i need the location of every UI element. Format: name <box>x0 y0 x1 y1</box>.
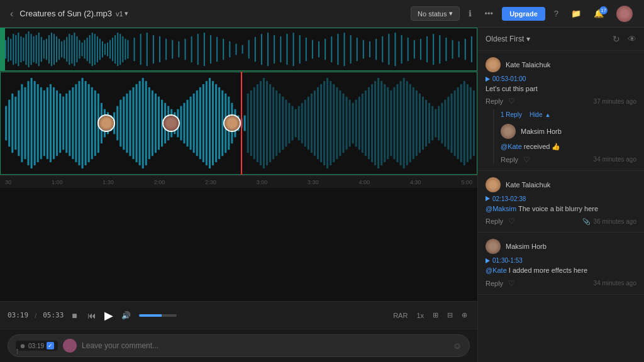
hide-replies-1[interactable]: Hide <box>530 111 543 118</box>
svg-rect-164 <box>193 94 195 153</box>
svg-rect-210 <box>339 90 341 156</box>
svg-rect-39 <box>102 41 103 58</box>
svg-rect-113 <box>31 78 33 168</box>
like-button-1-1[interactable]: ♡ <box>523 155 530 164</box>
notifications-button[interactable]: 🔔 17 <box>590 6 608 21</box>
volume-slider[interactable] <box>139 314 177 317</box>
svg-rect-224 <box>384 84 386 162</box>
comment-age-1: 37 minutes ago <box>594 98 636 105</box>
reply-button-1-1[interactable]: Reply <box>501 156 518 163</box>
like-button-2[interactable]: ♡ <box>508 217 515 226</box>
timestamp-checkbox[interactable]: ✓ <box>47 342 54 349</box>
timestamp-badge[interactable]: ⏺ 03:19 ✓ <box>16 341 58 351</box>
svg-rect-18 <box>48 35 50 63</box>
svg-rect-187 <box>266 81 268 165</box>
avatar-image <box>616 6 633 22</box>
svg-rect-249 <box>464 81 465 165</box>
svg-rect-117 <box>43 90 45 156</box>
stop-button[interactable]: ■ <box>70 309 79 322</box>
more-controls-button[interactable]: ⊕ <box>459 310 470 321</box>
comment-timestamp-link-2[interactable]: 02:13-02:38 <box>486 195 636 202</box>
svg-rect-45 <box>117 33 118 66</box>
svg-rect-100 <box>452 40 453 59</box>
svg-rect-244 <box>447 97 449 150</box>
info-button[interactable]: ℹ <box>465 6 475 21</box>
waveform-container[interactable]: 30 1:00 1:30 2:00 2:30 3:00 3:30 4:00 4:… <box>0 28 477 301</box>
timestamp-record-icon: ⏺ <box>19 343 26 349</box>
comment-username-2: Kate Talaichuk <box>506 181 550 189</box>
waveform-track-main[interactable] <box>0 72 477 175</box>
svg-rect-77 <box>306 38 307 61</box>
ruler-mark: 30 <box>5 179 11 185</box>
reply-button-1[interactable]: Reply <box>486 97 503 105</box>
speed-selector[interactable]: 1x <box>414 310 426 321</box>
more-options-button[interactable]: ••• <box>480 6 497 21</box>
topbar-right: No status ▾ ℹ ••• Upgrade ? 📁 🔔 17 <box>411 3 636 25</box>
like-button-3[interactable]: ♡ <box>508 279 515 288</box>
zoom-out-button[interactable]: ⊟ <box>445 310 455 321</box>
svg-rect-199 <box>304 100 306 147</box>
svg-rect-214 <box>352 103 354 144</box>
svg-rect-94 <box>414 40 415 59</box>
timeline-ruler[interactable]: 30 1:00 1:30 2:00 2:30 3:00 3:30 4:00 4:… <box>0 175 477 188</box>
svg-rect-151 <box>152 90 153 156</box>
svg-rect-160 <box>180 106 182 141</box>
svg-rect-64 <box>223 39 224 60</box>
emoji-picker-button[interactable]: ☺ <box>453 341 462 351</box>
svg-rect-149 <box>145 81 147 165</box>
svg-rect-57 <box>178 41 179 58</box>
svg-rect-183 <box>253 87 255 159</box>
svg-rect-35 <box>92 33 93 66</box>
svg-rect-16 <box>43 40 45 59</box>
svg-rect-237 <box>425 100 427 147</box>
svg-rect-198 <box>301 103 303 144</box>
show-replies-1[interactable]: 1 Reply Hide ▲ <box>501 109 636 120</box>
svg-rect-96 <box>426 36 428 62</box>
svg-rect-188 <box>269 84 271 162</box>
version-selector[interactable]: v1 ▾ <box>116 9 128 18</box>
marker-avatar-3[interactable] <box>223 114 241 132</box>
user-avatar[interactable] <box>613 3 636 25</box>
svg-rect-108 <box>14 97 16 150</box>
marker-avatar-1[interactable] <box>97 114 115 132</box>
svg-rect-201 <box>311 94 313 153</box>
like-button-1[interactable]: ♡ <box>508 97 515 106</box>
waveform-track-overview[interactable] <box>0 28 477 72</box>
svg-rect-116 <box>40 87 42 159</box>
marker-avatar-2[interactable] <box>162 114 180 132</box>
attach-icon-2[interactable]: 📎 <box>582 218 590 225</box>
comment-user-row-2: Kate Talaichuk <box>486 177 636 192</box>
reply-button-2[interactable]: Reply <box>486 217 503 225</box>
comment-timestamp-link-1[interactable]: 00:53-01:00 <box>486 75 636 82</box>
help-button[interactable]: ? <box>550 6 562 21</box>
upgrade-button[interactable]: Upgrade <box>502 7 545 21</box>
comment-timestamp-link-3[interactable]: 01:30-1:53 <box>486 257 636 264</box>
visibility-icon[interactable]: 👁 <box>628 34 636 44</box>
ruler-mark: 3:00 <box>257 179 268 185</box>
replies-count-1: 1 Reply <box>501 111 522 118</box>
svg-rect-2 <box>8 37 9 62</box>
waveform-overview-svg <box>0 28 477 71</box>
zoom-in-button[interactable]: ⊞ <box>430 310 441 321</box>
svg-rect-80 <box>325 39 326 60</box>
svg-rect-145 <box>132 87 134 159</box>
status-button[interactable]: No status ▾ <box>411 6 460 21</box>
svg-rect-184 <box>257 84 258 162</box>
play-timestamp-icon-2 <box>486 196 490 201</box>
svg-rect-238 <box>428 103 430 144</box>
comment-text-1: Let's cut this part <box>486 84 636 94</box>
sort-arrow-icon: ▾ <box>526 35 530 43</box>
comment-username-1: Kate Talaichuk <box>506 61 550 69</box>
comment-text-input[interactable] <box>82 341 448 350</box>
rewind-button[interactable]: ⏮ <box>86 309 98 322</box>
scroll-to-top-button[interactable]: ↑ <box>15 346 19 356</box>
folder-button[interactable]: 📁 <box>567 6 585 21</box>
play-button[interactable]: ▶ <box>104 309 113 322</box>
refresh-icon[interactable]: ↻ <box>613 34 620 44</box>
sort-button[interactable]: Oldest First ▾ <box>486 35 530 43</box>
reply-button-3[interactable]: Reply <box>486 280 503 287</box>
svg-rect-243 <box>444 100 446 147</box>
svg-rect-23 <box>61 41 62 58</box>
svg-rect-73 <box>280 36 281 62</box>
back-button[interactable]: ‹ <box>8 6 16 22</box>
